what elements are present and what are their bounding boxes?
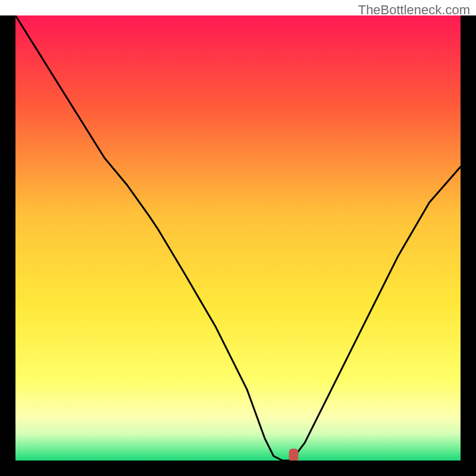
gradient-background: [15, 15, 461, 461]
plot-area: [15, 15, 461, 461]
bottleneck-chart: [15, 15, 461, 461]
chart-frame: [0, 15, 476, 476]
optimal-point-marker: [289, 449, 299, 461]
watermark-text: TheBottleneck.com: [358, 2, 470, 18]
